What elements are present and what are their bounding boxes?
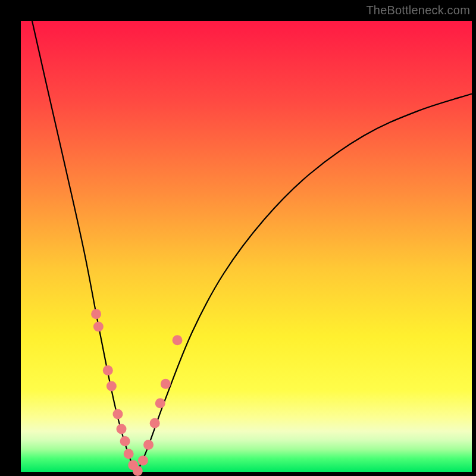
marker-dot	[161, 379, 171, 389]
marker-dot	[133, 466, 143, 476]
watermark-text: TheBottleneck.com	[366, 4, 470, 17]
marker-dot	[117, 424, 127, 434]
marker-dot	[120, 436, 130, 446]
marker-dot	[93, 321, 104, 331]
marker-dot	[112, 409, 123, 419]
marker-dot	[143, 440, 154, 450]
chart-svg	[21, 21, 472, 472]
marker-dot	[138, 456, 148, 466]
marker-dot	[124, 449, 134, 459]
marker-dot	[103, 365, 113, 375]
marker-group	[91, 309, 182, 476]
marker-dot	[173, 335, 183, 345]
chart-frame: TheBottleneck.com	[0, 0, 476, 476]
plot-area	[21, 21, 472, 472]
curve-left-path	[32, 21, 137, 472]
marker-dot	[150, 418, 160, 428]
marker-dot	[155, 398, 165, 408]
marker-dot	[91, 309, 101, 319]
curve-right-path	[137, 94, 472, 472]
marker-dot	[107, 381, 117, 391]
